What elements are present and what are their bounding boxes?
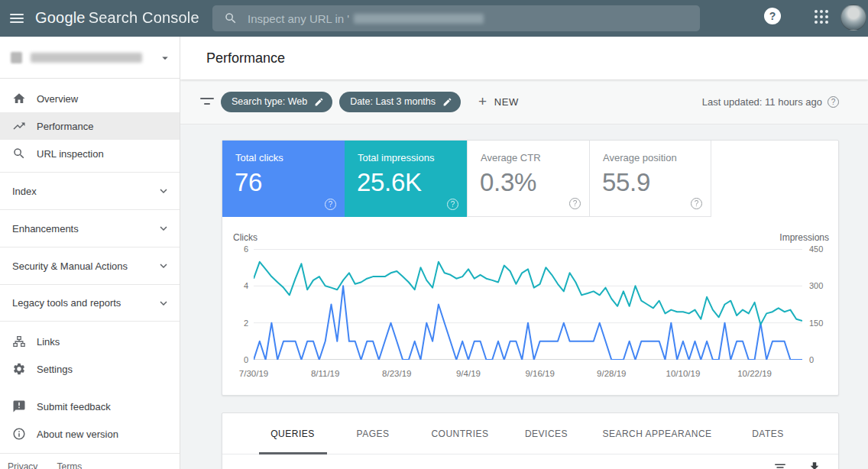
x-axis-date-label: 9/28/19 — [597, 369, 626, 378]
x-axis-date-label: 9/16/19 — [525, 369, 554, 378]
new-label: NEW — [494, 96, 519, 108]
download-icon[interactable] — [808, 461, 821, 469]
new-filter-button[interactable]: + NEW — [478, 93, 519, 110]
sidebar-item-submit-feedback[interactable]: Submit feedback — [0, 393, 180, 420]
tab-queries[interactable]: QUERIES — [270, 413, 315, 454]
dimension-tabs: QUERIES PAGES COUNTRIES DEVICES SEARCH A… — [222, 413, 838, 454]
right-axis-tick: 150 — [809, 319, 823, 328]
question-circle-icon[interactable]: ? — [325, 199, 336, 210]
x-axis-date-label: 8/23/19 — [382, 369, 411, 378]
metric-label: Total impressions — [358, 152, 434, 163]
x-axis-date-label: 8/11/19 — [311, 369, 340, 378]
plus-icon: + — [478, 93, 487, 110]
property-selector[interactable] — [0, 37, 180, 79]
left-axis-tick: 2 — [236, 319, 248, 328]
sidebar: Overview Performance URL inspection Inde… — [0, 37, 180, 469]
search-type-filter-chip[interactable]: Search type: Web — [221, 92, 332, 112]
average-ctr-card[interactable]: Average CTR 0.3% ? — [467, 141, 589, 217]
feedback-icon — [12, 399, 26, 413]
performance-chart: Clicks Impressions 642045030015007/30/19… — [222, 217, 840, 396]
total-clicks-card[interactable]: Total clicks 76 ? — [222, 141, 345, 217]
sidebar-section-security-manual-actions[interactable]: Security & Manual Actions — [0, 247, 180, 284]
chevron-down-icon — [157, 222, 170, 235]
sidebar-section-index[interactable]: Index — [0, 172, 180, 209]
question-circle-icon[interactable]: ? — [691, 198, 702, 209]
sidebar-section-enhancements[interactable]: Enhancements — [0, 209, 180, 247]
gear-icon — [12, 362, 26, 376]
x-axis-date-label: 10/10/19 — [666, 369, 701, 378]
chip-label: Date: Last 3 months — [350, 96, 436, 107]
page-header: Performance — [180, 37, 868, 79]
metric-value: 0.3% — [480, 168, 536, 197]
sidebar-item-label: Links — [37, 336, 60, 348]
app-logo: GoogleSearch Console — [35, 9, 199, 27]
property-name-blurred — [31, 53, 142, 63]
sidebar-item-label: Overview — [37, 93, 78, 105]
total-impressions-card[interactable]: Total impressions 25.6K ? — [345, 141, 467, 217]
url-inspect-search-bar[interactable]: Inspect any URL in ' — [212, 5, 700, 31]
metric-value: 55.9 — [602, 168, 650, 197]
sidebar-item-url-inspection[interactable]: URL inspection — [0, 140, 180, 167]
question-circle-icon[interactable]: ? — [828, 96, 839, 108]
active-tab-underline — [259, 452, 327, 454]
top-app-bar: GoogleSearch Console Inspect any URL in … — [0, 0, 868, 37]
tab-countries[interactable]: COUNTRIES — [431, 413, 488, 454]
impressions-line-series — [254, 262, 802, 325]
sidebar-item-settings[interactable]: Settings — [0, 355, 180, 383]
filter-icon[interactable] — [200, 97, 214, 106]
terms-link[interactable]: Terms — [57, 461, 82, 469]
tab-dates[interactable]: DATES — [752, 413, 784, 454]
filter-list-icon[interactable] — [773, 461, 787, 469]
privacy-link[interactable]: Privacy — [8, 461, 37, 469]
sidebar-item-label: Performance — [37, 121, 93, 132]
section-label: Legacy tools and reports — [12, 297, 121, 309]
x-axis-date-label: 7/30/19 — [239, 369, 268, 378]
question-circle-icon[interactable]: ? — [569, 198, 581, 209]
metric-value: 76 — [235, 168, 262, 197]
section-label: Enhancements — [12, 223, 79, 234]
sidebar-item-about-new-version[interactable]: About new version — [0, 420, 180, 448]
tab-search-appearance[interactable]: SEARCH APPEARANCE — [602, 413, 711, 454]
logo-google: Google — [35, 9, 86, 26]
trending-up-icon — [12, 119, 26, 133]
sidebar-item-links[interactable]: Links — [0, 328, 180, 355]
sidebar-nav-misc: Submit feedback About new version — [0, 383, 180, 448]
info-icon — [12, 427, 26, 441]
property-favicon-blurred — [11, 52, 22, 63]
sidebar-nav-bottom: Links Settings — [0, 322, 180, 383]
last-updated-text: Last updated: 11 hours ago — [702, 96, 822, 108]
left-axis-tick: 0 — [236, 355, 248, 364]
sidebar-nav-top: Overview Performance URL inspection — [0, 79, 180, 167]
hamburger-menu-icon[interactable] — [10, 11, 25, 24]
sidebar-item-overview[interactable]: Overview — [0, 85, 180, 112]
last-updated: Last updated: 11 hours ago ? — [702, 79, 839, 125]
sidebar-item-label: Settings — [37, 364, 73, 375]
sidebar-item-label: About new version — [37, 429, 118, 440]
sidebar-item-performance[interactable]: Performance — [0, 112, 180, 140]
average-position-card[interactable]: Average position 55.9 ? — [589, 141, 711, 217]
section-label: Index — [12, 186, 37, 197]
tab-devices[interactable]: DEVICES — [525, 413, 568, 454]
chevron-down-icon — [157, 184, 170, 198]
search-icon — [12, 147, 26, 160]
search-icon — [224, 11, 238, 25]
edit-pencil-icon — [314, 97, 324, 107]
sidebar-section-legacy-tools[interactable]: Legacy tools and reports — [0, 284, 180, 322]
filter-bar: Search type: Web Date: Last 3 months + N… — [180, 79, 868, 125]
google-apps-grid-icon[interactable] — [815, 10, 831, 27]
performance-chart-svg[interactable] — [254, 249, 802, 360]
user-avatar[interactable] — [840, 5, 866, 31]
chevron-down-icon — [157, 259, 170, 273]
right-axis-title: Impressions — [779, 232, 829, 243]
date-filter-chip[interactable]: Date: Last 3 months — [339, 92, 461, 112]
right-axis-tick: 450 — [809, 244, 823, 254]
logo-search-console: Search Console — [89, 9, 199, 26]
metric-label: Average position — [603, 152, 677, 163]
help-icon[interactable]: ? — [764, 8, 781, 24]
main-content: Performance Search type: Web Date: Last … — [180, 37, 868, 469]
question-circle-icon[interactable]: ? — [447, 199, 458, 210]
sidebar-item-label: Submit feedback — [37, 401, 111, 412]
tab-pages[interactable]: PAGES — [357, 413, 390, 454]
sidebar-footer: Privacy Terms — [0, 454, 180, 469]
performance-panel: Total clicks 76 ? Total impressions 25.6… — [222, 140, 839, 396]
